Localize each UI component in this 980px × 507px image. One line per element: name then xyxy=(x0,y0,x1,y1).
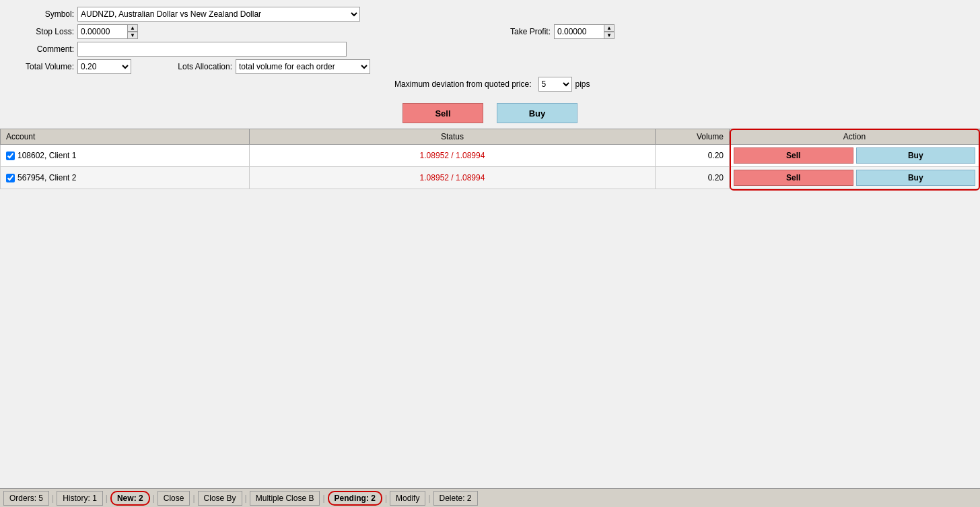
status-value-1: 1.08952 / 1.08994 xyxy=(255,151,650,160)
trade-buttons: Sell Buy xyxy=(0,103,980,123)
stop-loss-down[interactable]: ▼ xyxy=(127,32,138,39)
accounts-table: Account Status Volume Action 108602, Cli… xyxy=(0,129,980,189)
status-value-2: 1.08952 / 1.08994 xyxy=(255,173,650,182)
divider-7: | xyxy=(385,494,387,503)
deviation-select[interactable]: 5 1 2 3 4 10 xyxy=(538,77,572,92)
take-profit-label: Take Profit: xyxy=(490,27,551,36)
volume-cell-2: 0.20 xyxy=(656,167,730,189)
volume-header: Volume xyxy=(656,129,730,145)
action-buttons-2: Sell Buy xyxy=(732,168,977,187)
account-name-1: 108602, Client 1 xyxy=(18,151,76,160)
close-by-tab[interactable]: Close By xyxy=(198,491,242,506)
divider-1: | xyxy=(52,494,54,503)
symbol-row: Symbol: AUDNZD, Australian Dollar vs New… xyxy=(13,7,967,22)
action-cell-1: Sell Buy xyxy=(730,145,980,167)
symbol-label: Symbol: xyxy=(13,9,74,19)
action-buttons-1: Sell Buy xyxy=(732,146,977,165)
take-profit-up[interactable]: ▲ xyxy=(604,24,615,32)
modify-tab[interactable]: Modify xyxy=(390,491,425,506)
account-checkbox-wrapper-2: 567954, Client 2 xyxy=(6,173,244,182)
account-checkbox-wrapper-1: 108602, Client 1 xyxy=(6,151,244,160)
divider-3: | xyxy=(153,494,155,503)
take-profit-down[interactable]: ▼ xyxy=(604,32,615,39)
history-tab[interactable]: History: 1 xyxy=(57,491,103,506)
form-area: Symbol: AUDNZD, Australian Dollar vs New… xyxy=(0,0,980,98)
action-cell-2: Sell Buy xyxy=(730,167,980,189)
comment-input[interactable] xyxy=(77,42,347,57)
divider-8: | xyxy=(428,494,430,503)
pips-label: pips xyxy=(575,79,590,89)
row1-sell-button[interactable]: Sell xyxy=(734,147,853,164)
close-tab[interactable]: Close xyxy=(158,491,190,506)
stop-loss-up[interactable]: ▲ xyxy=(127,24,138,32)
action-header: Action xyxy=(730,129,980,145)
divider-5: | xyxy=(245,494,247,503)
row2-sell-button[interactable]: Sell xyxy=(734,170,853,186)
stop-loss-wrapper: ▲ ▼ xyxy=(77,24,138,39)
volume-select[interactable]: 0.20 0.01 0.05 0.10 0.50 1.00 xyxy=(77,59,131,74)
new-tab[interactable]: New: 2 xyxy=(110,491,150,506)
lots-allocation-select[interactable]: total volume for each order volume per a… xyxy=(236,59,370,74)
symbol-select[interactable]: AUDNZD, Australian Dollar vs New Zealand… xyxy=(77,7,360,22)
total-volume-label: Total Volume: xyxy=(13,62,74,71)
buy-button[interactable]: Buy xyxy=(497,103,578,123)
status-cell-2: 1.08952 / 1.08994 xyxy=(250,167,656,189)
stop-loss-spinners: ▲ ▼ xyxy=(127,24,138,39)
row1-buy-button[interactable]: Buy xyxy=(856,147,976,164)
sell-button[interactable]: Sell xyxy=(403,103,483,123)
account-checkbox-1[interactable] xyxy=(6,151,15,160)
stop-loss-label: Stop Loss: xyxy=(13,27,74,36)
bottom-bar: Orders: 5 | History: 1 | New: 2 | Close … xyxy=(0,488,980,507)
divider-4: | xyxy=(193,494,195,503)
comment-label: Comment: xyxy=(13,44,74,54)
lots-allocation-label: Lots Allocation: xyxy=(158,62,232,71)
orders-tab[interactable]: Orders: 5 xyxy=(3,491,49,506)
main-container: Symbol: AUDNZD, Australian Dollar vs New… xyxy=(0,0,980,507)
accounts-table-area: Account Status Volume Action 108602, Cli… xyxy=(0,129,980,507)
deviation-row: Maximum deviation from quoted price: 5 1… xyxy=(13,77,967,92)
max-deviation-label: Maximum deviation from quoted price: xyxy=(390,79,532,89)
table-row: 108602, Client 1 1.08952 / 1.08994 0.20 … xyxy=(1,145,980,167)
account-name-2: 567954, Client 2 xyxy=(18,173,76,182)
delete-tab[interactable]: Delete: 2 xyxy=(433,491,478,506)
volume-value-2: 0.20 xyxy=(661,173,724,182)
table-row: 567954, Client 2 1.08952 / 1.08994 0.20 … xyxy=(1,167,980,189)
volume-value-1: 0.20 xyxy=(661,151,724,160)
take-profit-spinners: ▲ ▼ xyxy=(604,24,615,39)
volume-row: Total Volume: 0.20 0.01 0.05 0.10 0.50 1… xyxy=(13,59,967,74)
multiple-close-tab[interactable]: Multiple Close B xyxy=(250,491,320,506)
take-profit-wrapper: ▲ ▼ xyxy=(554,24,615,39)
status-cell-1: 1.08952 / 1.08994 xyxy=(250,145,656,167)
account-cell-1: 108602, Client 1 xyxy=(1,145,250,167)
account-header: Account xyxy=(1,129,250,145)
divider-2: | xyxy=(106,494,108,503)
account-cell-2: 567954, Client 2 xyxy=(1,167,250,189)
account-checkbox-2[interactable] xyxy=(6,174,15,182)
volume-cell-1: 0.20 xyxy=(656,145,730,167)
stop-loss-row: Stop Loss: ▲ ▼ Take Profit: ▲ ▼ xyxy=(13,24,967,39)
status-header: Status xyxy=(250,129,656,145)
comment-row: Comment: xyxy=(13,42,967,57)
row2-buy-button[interactable]: Buy xyxy=(856,170,976,186)
pending-tab[interactable]: Pending: 2 xyxy=(328,491,382,506)
divider-6: | xyxy=(322,494,324,503)
